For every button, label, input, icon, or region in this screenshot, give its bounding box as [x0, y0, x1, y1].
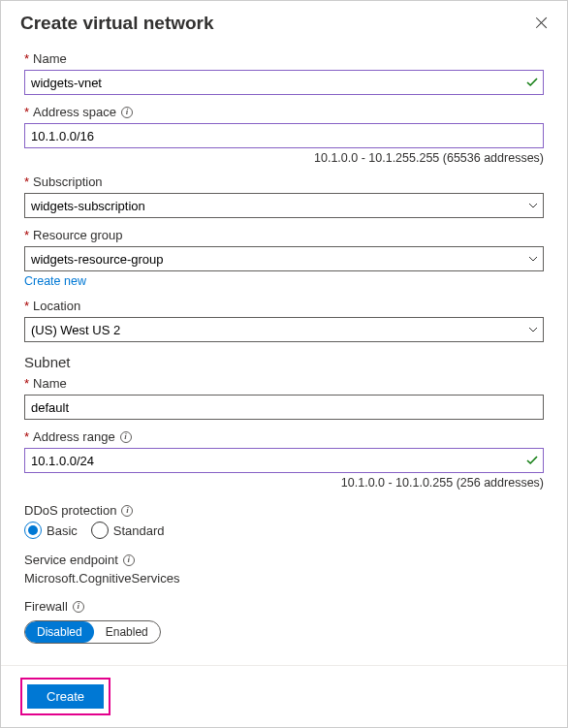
- info-icon[interactable]: i: [121, 505, 133, 517]
- ddos-radio-standard[interactable]: Standard: [91, 522, 165, 539]
- subscription-label: *Subscription: [24, 174, 544, 189]
- info-icon[interactable]: i: [120, 431, 132, 443]
- firewall-disabled-option[interactable]: Disabled: [25, 621, 94, 643]
- checkmark-icon: [526, 77, 538, 88]
- subnet-range-helper: 10.1.0.0 - 10.1.0.255 (256 addresses): [24, 476, 544, 490]
- ddos-basic-label: Basic: [47, 523, 78, 538]
- field-location: *Location (US) West US 2: [24, 299, 544, 342]
- subscription-select[interactable]: widgets-subscription: [24, 193, 544, 218]
- field-subscription: *Subscription widgets-subscription: [24, 174, 544, 218]
- field-service-endpoint: Service endpointi Microsoft.CognitiveSer…: [24, 553, 544, 586]
- resource-group-select[interactable]: widgets-resource-group: [24, 246, 544, 271]
- field-name: *Name: [24, 51, 544, 95]
- close-icon[interactable]: [534, 16, 550, 31]
- subnet-name-input[interactable]: [24, 395, 544, 420]
- create-button[interactable]: Create: [27, 684, 104, 709]
- address-space-helper: 10.1.0.0 - 10.1.255.255 (65536 addresses…: [24, 151, 544, 165]
- checkmark-icon: [526, 455, 538, 466]
- service-endpoint-label: Service endpointi: [24, 553, 544, 567]
- firewall-label: Firewalli: [24, 599, 544, 614]
- service-endpoint-value: Microsoft.CognitiveServices: [24, 571, 544, 586]
- subnet-section-title: Subnet: [24, 354, 544, 370]
- ddos-standard-label: Standard: [113, 523, 165, 538]
- location-select[interactable]: (US) West US 2: [24, 317, 544, 342]
- location-label: *Location: [24, 299, 544, 313]
- ddos-label: DDoS protectioni: [24, 503, 544, 518]
- address-space-input[interactable]: [24, 123, 544, 148]
- field-address-space: *Address spacei 10.1.0.0 - 10.1.255.255 …: [24, 105, 544, 165]
- panel-title: Create virtual network: [20, 13, 214, 34]
- name-label: *Name: [24, 51, 544, 66]
- resource-group-label: *Resource group: [24, 228, 544, 242]
- field-subnet-name: *Name: [24, 376, 544, 420]
- subnet-range-input[interactable]: [24, 448, 544, 473]
- field-resource-group: *Resource group widgets-resource-group C…: [24, 228, 544, 289]
- field-subnet-range: *Address rangei 10.1.0.0 - 10.1.0.255 (2…: [24, 429, 544, 490]
- radio-icon: [24, 522, 42, 539]
- info-icon[interactable]: i: [123, 554, 135, 566]
- highlight-frame: Create: [20, 678, 110, 715]
- panel-footer: Create: [1, 665, 567, 727]
- firewall-enabled-option[interactable]: Enabled: [94, 621, 160, 643]
- ddos-radio-basic[interactable]: Basic: [24, 522, 78, 539]
- firewall-toggle[interactable]: Disabled Enabled: [24, 620, 161, 644]
- info-icon[interactable]: i: [73, 601, 84, 613]
- subnet-name-label: *Name: [24, 376, 544, 391]
- subnet-range-label: *Address rangei: [24, 429, 544, 444]
- panel-header: Create virtual network: [1, 1, 567, 42]
- name-input[interactable]: [24, 70, 544, 95]
- field-ddos: DDoS protectioni Basic Standard: [24, 503, 544, 539]
- info-icon[interactable]: i: [121, 107, 133, 118]
- address-space-label: *Address spacei: [24, 105, 544, 119]
- radio-icon: [91, 522, 109, 539]
- create-new-link[interactable]: Create new: [24, 274, 86, 288]
- field-firewall: Firewalli Disabled Enabled: [24, 599, 544, 644]
- panel-content: *Name *Address spacei 10.1.0.0 - 10.1.25…: [1, 42, 567, 644]
